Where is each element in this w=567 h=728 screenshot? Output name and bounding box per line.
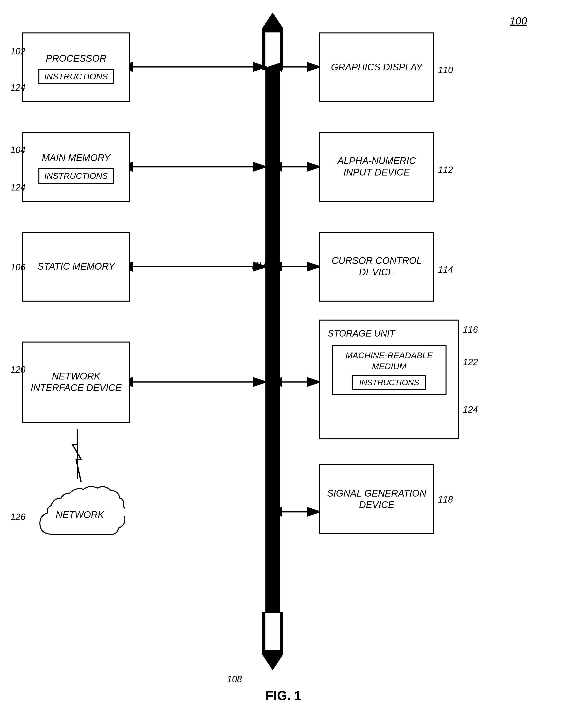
storage-unit-title: STORAGE UNIT — [325, 326, 397, 341]
processor-title: PROCESSOR — [43, 50, 109, 67]
ref-106: 106 — [10, 262, 25, 273]
network-interface-title: NETWORK INTERFACE DEVICE — [23, 368, 129, 396]
ref-122: 122 — [463, 357, 478, 367]
signal-generation-title: SIGNAL GENERATION DEVICE — [320, 485, 433, 513]
static-memory-box: STATIC MEMORY — [22, 232, 130, 302]
ref-114: 114 — [438, 265, 453, 275]
main-memory-box: MAIN MEMORY INSTRUCTIONS — [22, 132, 130, 202]
ref-118: 118 — [438, 494, 453, 505]
svg-marker-6 — [262, 612, 284, 654]
main-memory-inner-label: INSTRUCTIONS — [44, 171, 108, 181]
graphics-display-box: GRAPHICS DISPLAY — [319, 32, 434, 102]
network-cloud: NETWORK — [35, 479, 125, 549]
machine-readable-title: MACHINE-READABLE MEDIUM — [336, 350, 442, 372]
ref-104: 104 — [10, 145, 25, 155]
main-memory-title: MAIN MEMORY — [39, 150, 113, 166]
graphics-display-title: GRAPHICS DISPLAY — [328, 59, 425, 76]
processor-inner-box: INSTRUCTIONS — [38, 69, 114, 84]
svg-marker-7 — [262, 654, 284, 670]
ref-124-processor: 124 — [10, 82, 25, 93]
main-memory-inner-box: INSTRUCTIONS — [38, 168, 114, 184]
network-interface-box: NETWORK INTERFACE DEVICE — [22, 342, 130, 423]
ref-126: 126 — [10, 512, 25, 522]
storage-unit-box: STORAGE UNIT MACHINE-READABLE MEDIUM INS… — [319, 320, 459, 439]
ref-112: 112 — [438, 165, 453, 175]
svg-rect-8 — [266, 67, 280, 613]
processor-box: PROCESSOR INSTRUCTIONS — [22, 32, 130, 102]
static-memory-title: STATIC MEMORY — [35, 258, 117, 275]
svg-marker-5 — [262, 12, 284, 29]
ref-110: 110 — [438, 65, 453, 75]
cursor-control-box: CURSOR CONTROL DEVICE — [319, 232, 434, 302]
storage-instructions-label: INSTRUCTIONS — [359, 378, 419, 387]
fig-label: FIG. 1 — [266, 688, 301, 703]
cursor-control-title: CURSOR CONTROL DEVICE — [320, 253, 433, 280]
bus-label: BUS — [252, 260, 273, 271]
signal-generation-box: SIGNAL GENERATION DEVICE — [319, 464, 434, 534]
ref-124-main-memory: 124 — [10, 182, 25, 193]
ref-108: 108 — [227, 674, 242, 685]
ref-120: 120 — [10, 364, 25, 375]
svg-marker-4 — [262, 29, 284, 70]
lightning-bolt — [67, 429, 87, 482]
alpha-numeric-box: ALPHA-NUMERIC INPUT DEVICE — [319, 132, 434, 202]
ref-124-storage: 124 — [463, 404, 478, 415]
svg-text:NETWORK: NETWORK — [56, 510, 105, 520]
diagram: 100 — [0, 0, 567, 728]
alpha-numeric-title: ALPHA-NUMERIC INPUT DEVICE — [320, 153, 433, 181]
storage-instructions-box: INSTRUCTIONS — [352, 375, 426, 390]
ref-102: 102 — [10, 46, 25, 57]
ref-116: 116 — [463, 325, 478, 335]
ref-100: 100 — [510, 15, 527, 27]
processor-inner-label: INSTRUCTIONS — [44, 72, 108, 81]
